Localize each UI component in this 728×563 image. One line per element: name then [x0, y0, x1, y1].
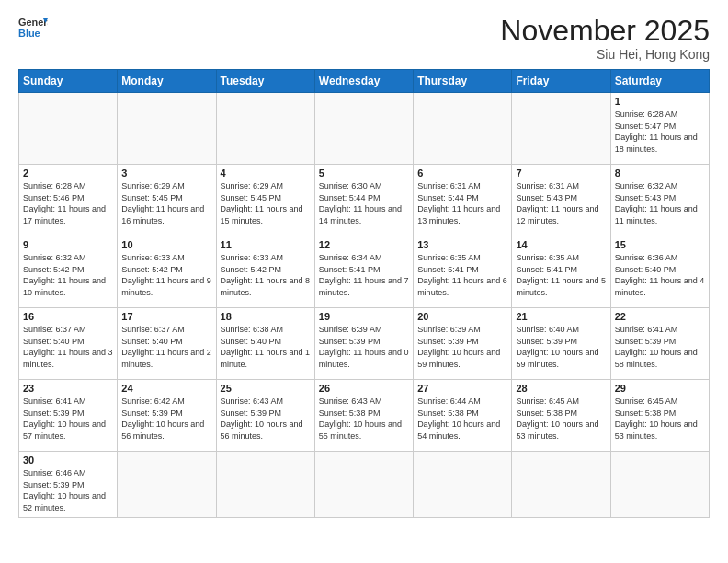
day-info: Sunrise: 6:35 AM Sunset: 5:41 PM Dayligh… — [417, 252, 507, 298]
day-info: Sunrise: 6:44 AM Sunset: 5:38 PM Dayligh… — [417, 396, 507, 442]
location: Siu Hei, Hong Kong — [500, 47, 710, 62]
day-info: Sunrise: 6:39 AM Sunset: 5:39 PM Dayligh… — [417, 324, 507, 370]
day-info: Sunrise: 6:43 AM Sunset: 5:38 PM Dayligh… — [319, 396, 409, 442]
calendar-cell: 24Sunrise: 6:42 AM Sunset: 5:39 PM Dayli… — [118, 380, 216, 452]
day-info: Sunrise: 6:30 AM Sunset: 5:44 PM Dayligh… — [319, 180, 409, 226]
calendar-cell: 29Sunrise: 6:45 AM Sunset: 5:38 PM Dayli… — [610, 380, 709, 452]
day-info: Sunrise: 6:39 AM Sunset: 5:39 PM Dayligh… — [319, 324, 409, 370]
calendar-cell — [118, 452, 216, 517]
day-number: 4 — [221, 167, 311, 178]
calendar-cell: 14Sunrise: 6:35 AM Sunset: 5:41 PM Dayli… — [512, 236, 610, 308]
day-number: 10 — [121, 239, 211, 250]
title-block: November 2025 Siu Hei, Hong Kong — [500, 15, 710, 62]
logo: General Blue — [18, 15, 48, 40]
day-info: Sunrise: 6:33 AM Sunset: 5:42 PM Dayligh… — [121, 252, 211, 298]
day-number: 14 — [516, 239, 606, 250]
day-info: Sunrise: 6:38 AM Sunset: 5:40 PM Dayligh… — [221, 324, 311, 370]
day-number: 3 — [121, 167, 211, 178]
day-number: 28 — [516, 383, 606, 394]
calendar-header-row: Sunday Monday Tuesday Wednesday Thursday… — [19, 70, 710, 93]
day-number: 5 — [319, 167, 409, 178]
day-number: 21 — [516, 311, 606, 322]
col-tuesday: Tuesday — [216, 70, 314, 93]
calendar-cell — [610, 452, 709, 517]
day-info: Sunrise: 6:41 AM Sunset: 5:39 PM Dayligh… — [615, 324, 705, 370]
calendar-cell: 6Sunrise: 6:31 AM Sunset: 5:44 PM Daylig… — [414, 165, 512, 236]
day-number: 22 — [615, 311, 705, 322]
col-friday: Friday — [512, 70, 610, 93]
calendar-cell: 17Sunrise: 6:37 AM Sunset: 5:40 PM Dayli… — [118, 308, 216, 380]
day-number: 23 — [23, 383, 113, 394]
calendar-cell — [216, 93, 314, 165]
day-number: 18 — [221, 311, 311, 322]
day-info: Sunrise: 6:32 AM Sunset: 5:42 PM Dayligh… — [23, 252, 113, 298]
day-info: Sunrise: 6:32 AM Sunset: 5:43 PM Dayligh… — [615, 180, 705, 226]
day-number: 27 — [417, 383, 507, 394]
day-info: Sunrise: 6:37 AM Sunset: 5:40 PM Dayligh… — [121, 324, 211, 370]
day-info: Sunrise: 6:35 AM Sunset: 5:41 PM Dayligh… — [516, 252, 606, 298]
day-number: 7 — [516, 167, 606, 178]
day-info: Sunrise: 6:31 AM Sunset: 5:44 PM Dayligh… — [417, 180, 507, 226]
day-info: Sunrise: 6:43 AM Sunset: 5:39 PM Dayligh… — [221, 396, 311, 442]
calendar-cell — [512, 452, 610, 517]
calendar-cell: 21Sunrise: 6:40 AM Sunset: 5:39 PM Dayli… — [512, 308, 610, 380]
calendar-cell: 25Sunrise: 6:43 AM Sunset: 5:39 PM Dayli… — [216, 380, 314, 452]
calendar-cell: 23Sunrise: 6:41 AM Sunset: 5:39 PM Dayli… — [19, 380, 118, 452]
calendar-cell — [216, 452, 314, 517]
calendar-cell: 28Sunrise: 6:45 AM Sunset: 5:38 PM Dayli… — [512, 380, 610, 452]
day-number: 15 — [615, 239, 705, 250]
day-number: 19 — [319, 311, 409, 322]
calendar-cell: 10Sunrise: 6:33 AM Sunset: 5:42 PM Dayli… — [118, 236, 216, 308]
calendar-cell — [118, 93, 216, 165]
day-info: Sunrise: 6:28 AM Sunset: 5:46 PM Dayligh… — [23, 180, 113, 226]
day-info: Sunrise: 6:29 AM Sunset: 5:45 PM Dayligh… — [121, 180, 211, 226]
calendar-cell: 3Sunrise: 6:29 AM Sunset: 5:45 PM Daylig… — [118, 165, 216, 236]
calendar-cell — [414, 452, 512, 517]
day-info: Sunrise: 6:41 AM Sunset: 5:39 PM Dayligh… — [23, 396, 113, 442]
col-wednesday: Wednesday — [314, 70, 413, 93]
day-number: 13 — [417, 239, 507, 250]
day-info: Sunrise: 6:33 AM Sunset: 5:42 PM Dayligh… — [221, 252, 311, 298]
day-number: 11 — [221, 239, 311, 250]
calendar-cell: 15Sunrise: 6:36 AM Sunset: 5:40 PM Dayli… — [610, 236, 709, 308]
day-info: Sunrise: 6:29 AM Sunset: 5:45 PM Dayligh… — [221, 180, 311, 226]
calendar-cell: 7Sunrise: 6:31 AM Sunset: 5:43 PM Daylig… — [512, 165, 610, 236]
day-number: 30 — [23, 454, 113, 465]
day-info: Sunrise: 6:46 AM Sunset: 5:39 PM Dayligh… — [23, 467, 113, 513]
calendar-cell: 13Sunrise: 6:35 AM Sunset: 5:41 PM Dayli… — [414, 236, 512, 308]
day-number: 6 — [417, 167, 507, 178]
svg-text:Blue: Blue — [18, 28, 40, 39]
day-number: 1 — [615, 96, 705, 107]
day-number: 26 — [319, 383, 409, 394]
calendar-cell: 27Sunrise: 6:44 AM Sunset: 5:38 PM Dayli… — [414, 380, 512, 452]
calendar-cell: 12Sunrise: 6:34 AM Sunset: 5:41 PM Dayli… — [314, 236, 413, 308]
calendar-cell — [314, 452, 413, 517]
day-info: Sunrise: 6:31 AM Sunset: 5:43 PM Dayligh… — [516, 180, 606, 226]
day-info: Sunrise: 6:28 AM Sunset: 5:47 PM Dayligh… — [615, 109, 705, 155]
day-info: Sunrise: 6:42 AM Sunset: 5:39 PM Dayligh… — [121, 396, 211, 442]
calendar-cell — [19, 93, 118, 165]
calendar-cell: 22Sunrise: 6:41 AM Sunset: 5:39 PM Dayli… — [610, 308, 709, 380]
day-number: 12 — [319, 239, 409, 250]
calendar-table: Sunday Monday Tuesday Wednesday Thursday… — [18, 69, 710, 517]
day-info: Sunrise: 6:34 AM Sunset: 5:41 PM Dayligh… — [319, 252, 409, 298]
day-info: Sunrise: 6:36 AM Sunset: 5:40 PM Dayligh… — [615, 252, 705, 298]
day-info: Sunrise: 6:45 AM Sunset: 5:38 PM Dayligh… — [615, 396, 705, 442]
day-info: Sunrise: 6:40 AM Sunset: 5:39 PM Dayligh… — [516, 324, 606, 370]
day-number: 8 — [615, 167, 705, 178]
calendar-cell: 19Sunrise: 6:39 AM Sunset: 5:39 PM Dayli… — [314, 308, 413, 380]
calendar-cell: 11Sunrise: 6:33 AM Sunset: 5:42 PM Dayli… — [216, 236, 314, 308]
col-sunday: Sunday — [19, 70, 118, 93]
day-info: Sunrise: 6:45 AM Sunset: 5:38 PM Dayligh… — [516, 396, 606, 442]
calendar-cell: 4Sunrise: 6:29 AM Sunset: 5:45 PM Daylig… — [216, 165, 314, 236]
col-saturday: Saturday — [610, 70, 709, 93]
day-number: 2 — [23, 167, 113, 178]
calendar-cell: 9Sunrise: 6:32 AM Sunset: 5:42 PM Daylig… — [19, 236, 118, 308]
col-thursday: Thursday — [414, 70, 512, 93]
calendar-cell: 2Sunrise: 6:28 AM Sunset: 5:46 PM Daylig… — [19, 165, 118, 236]
calendar-cell: 8Sunrise: 6:32 AM Sunset: 5:43 PM Daylig… — [610, 165, 709, 236]
day-number: 24 — [121, 383, 211, 394]
calendar-cell: 20Sunrise: 6:39 AM Sunset: 5:39 PM Dayli… — [414, 308, 512, 380]
calendar-cell — [512, 93, 610, 165]
calendar-cell: 26Sunrise: 6:43 AM Sunset: 5:38 PM Dayli… — [314, 380, 413, 452]
